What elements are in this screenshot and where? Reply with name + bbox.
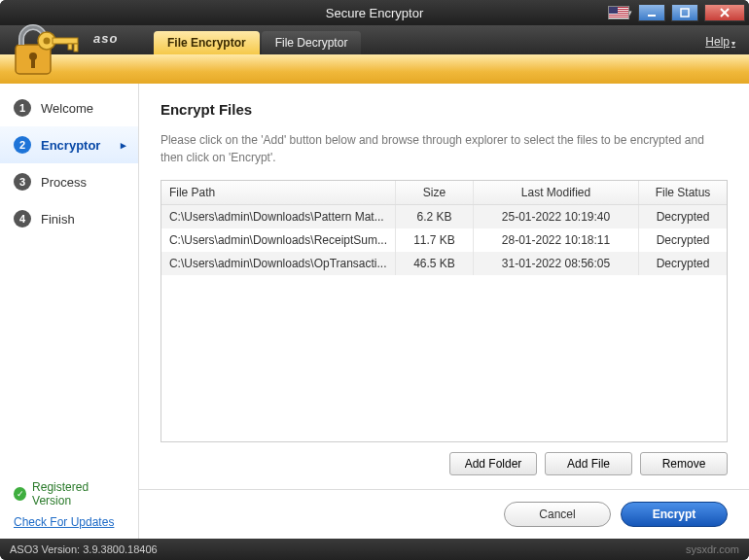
tab-label: File Encryptor: [167, 36, 246, 50]
sidebar-footer: ✓ Registered Version Check For Updates: [0, 469, 138, 539]
table-row[interactable]: C:\Users\admin\Downloads\ReceiptSum... 1…: [161, 228, 727, 252]
check-updates-link[interactable]: Check For Updates: [14, 515, 125, 529]
step-label: Finish: [41, 212, 75, 227]
svg-point-8: [44, 38, 51, 45]
maximize-button[interactable]: [671, 4, 698, 21]
watermark: sysxdr.com: [686, 543, 739, 555]
tab-strip: aso File Encryptor File Decryptor Help▾: [0, 25, 749, 54]
cell-path: C:\Users\admin\Downloads\Pattern Mat...: [161, 205, 396, 228]
col-header-modified[interactable]: Last Modified: [474, 181, 639, 204]
file-table: File Path Size Last Modified File Status…: [160, 180, 728, 442]
step-process[interactable]: 3 Process: [0, 163, 138, 200]
window-title: Secure Encryptor: [326, 6, 423, 20]
page-title: Encrypt Files: [160, 101, 728, 118]
cell-status: Decrypted: [639, 252, 727, 275]
check-circle-icon: ✓: [14, 487, 26, 501]
chevron-down-icon: ▾: [731, 39, 735, 48]
col-header-status[interactable]: File Status: [639, 181, 727, 204]
locale-flag[interactable]: ▾: [608, 6, 632, 19]
svg-rect-9: [53, 38, 78, 44]
minimize-icon: [647, 8, 657, 18]
table-button-row: Add Folder Add File Remove: [160, 452, 728, 475]
cell-path: C:\Users\admin\Downloads\ReceiptSum...: [161, 228, 396, 252]
version-label: ASO3 Version: 3.9.3800.18406: [10, 543, 158, 555]
header-gold-bar: [0, 54, 749, 84]
step-label: Process: [41, 175, 87, 190]
cell-modified: 25-01-2022 10:19:40: [474, 205, 639, 228]
table-row[interactable]: C:\Users\admin\Downloads\Pattern Mat... …: [161, 205, 727, 228]
tab-label: File Decryptor: [275, 36, 348, 50]
step-number: 1: [14, 99, 31, 117]
cell-size: 46.5 KB: [396, 252, 474, 275]
registered-status: ✓ Registered Version: [14, 480, 125, 508]
sidebar: 1 Welcome 2 Encryptor 3 Process 4 Finish: [0, 84, 139, 539]
step-number: 4: [14, 210, 31, 228]
maximize-icon: [680, 8, 690, 18]
cell-size: 11.7 KB: [396, 228, 474, 252]
step-number: 3: [14, 173, 31, 191]
remove-button[interactable]: Remove: [640, 452, 728, 475]
step-number: 2: [14, 136, 31, 154]
add-file-button[interactable]: Add File: [545, 452, 632, 475]
close-button[interactable]: [704, 4, 745, 21]
svg-rect-1: [681, 9, 689, 17]
registered-label: Registered Version: [32, 480, 125, 508]
tab-file-decryptor[interactable]: File Decryptor: [262, 31, 362, 54]
step-finish[interactable]: 4 Finish: [0, 200, 138, 237]
cell-size: 6.2 KB: [396, 205, 474, 228]
close-icon: [720, 8, 730, 18]
cell-status: Decrypted: [639, 228, 727, 252]
cell-path: C:\Users\admin\Downloads\OpTransacti...: [161, 252, 396, 275]
status-bar: ASO3 Version: 3.9.3800.18406 sysxdr.com: [0, 539, 749, 560]
cell-modified: 28-01-2022 10:18:11: [474, 228, 639, 252]
help-label: Help: [705, 35, 730, 49]
encrypt-button[interactable]: Encrypt: [621, 502, 728, 527]
add-folder-button[interactable]: Add Folder: [449, 452, 537, 475]
wizard-steps: 1 Welcome 2 Encryptor 3 Process 4 Finish: [0, 84, 138, 237]
minimize-button[interactable]: [638, 4, 665, 21]
step-encryptor[interactable]: 2 Encryptor: [0, 126, 138, 163]
us-flag-icon: [608, 6, 629, 19]
step-label: Encryptor: [41, 138, 100, 153]
titlebar: Secure Encryptor ▾: [0, 0, 749, 25]
cell-status: Decrypted: [639, 205, 727, 228]
brand-label: aso: [93, 31, 118, 46]
instruction-text: Please click on the 'Add' button below a…: [160, 131, 728, 166]
table-header: File Path Size Last Modified File Status: [161, 181, 727, 205]
help-menu[interactable]: Help▾: [705, 35, 735, 54]
padlock-key-icon: [8, 23, 82, 82]
cancel-button[interactable]: Cancel: [504, 502, 611, 527]
action-bar: Cancel Encrypt: [139, 489, 749, 539]
col-header-size[interactable]: Size: [396, 181, 474, 204]
svg-rect-10: [68, 44, 72, 50]
body: 1 Welcome 2 Encryptor 3 Process 4 Finish: [0, 84, 749, 539]
table-row[interactable]: C:\Users\admin\Downloads\OpTransacti... …: [161, 252, 727, 275]
app-window: Secure Encryptor ▾ aso File Encryptor Fi…: [0, 0, 749, 560]
tab-file-encryptor[interactable]: File Encryptor: [154, 31, 260, 54]
table-body: C:\Users\admin\Downloads\Pattern Mat... …: [161, 205, 727, 275]
main-panel: Encrypt Files Please click on the 'Add' …: [139, 84, 749, 539]
svg-rect-6: [31, 58, 35, 68]
svg-rect-11: [74, 44, 78, 52]
step-welcome[interactable]: 1 Welcome: [0, 89, 138, 126]
step-label: Welcome: [41, 101, 93, 116]
col-header-path[interactable]: File Path: [161, 181, 396, 204]
cell-modified: 31-01-2022 08:56:05: [474, 252, 639, 275]
